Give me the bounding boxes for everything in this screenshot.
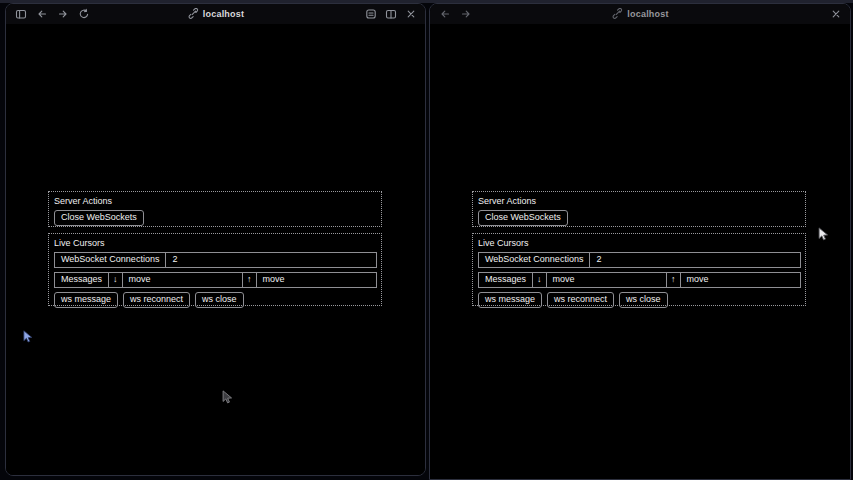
connections-label: WebSocket Connections [54,252,166,268]
reader-view-icon[interactable] [365,8,377,20]
back-icon[interactable] [36,8,48,20]
address-display[interactable]: localhost [611,8,668,20]
address-display[interactable]: localhost [187,8,244,20]
browser-window-right: localhost Server Actions Close WebSocket… [429,3,851,480]
arrow-down-icon: ↓ [532,272,547,288]
sidebar-toggle-icon[interactable] [15,8,27,20]
titlebar[interactable]: localhost [6,4,425,24]
titlebar-left-controls [439,8,472,20]
ws-close-button[interactable]: ws close [619,292,668,308]
arrow-down-icon: ↓ [108,272,123,288]
page-content: Server Actions Close WebSockets Live Cur… [430,24,850,479]
ws-reconnect-button[interactable]: ws reconnect [123,292,190,308]
connections-label: WebSocket Connections [478,252,590,268]
live-cursors-panel: Live Cursors WebSocket Connections 2 Mes… [48,233,382,306]
panel-title: Server Actions [478,196,801,206]
panel-title: Live Cursors [54,238,377,248]
live-cursors-panel: Live Cursors WebSocket Connections 2 Mes… [472,233,806,306]
panel-title: Live Cursors [478,238,801,248]
reload-icon[interactable] [78,8,90,20]
close-websockets-button[interactable]: Close WebSockets [478,210,568,226]
sent-message-value: move [680,272,801,288]
received-message-value: move [546,272,667,288]
connections-row: WebSocket Connections 2 [478,252,801,268]
link-icon [611,8,623,20]
received-message-value: move [122,272,243,288]
forward-icon[interactable] [460,8,472,20]
page-content: Server Actions Close WebSockets Live Cur… [6,24,425,475]
titlebar-right-controls [365,8,417,20]
titlebar[interactable]: localhost [430,4,850,24]
panel-title: Server Actions [54,196,377,206]
server-actions-panel: Server Actions Close WebSockets [48,191,382,227]
connections-row: WebSocket Connections 2 [54,252,377,268]
connections-value: 2 [589,252,801,268]
connections-value: 2 [165,252,377,268]
ws-buttons-row: ws message ws reconnect ws close [478,292,801,308]
messages-label: Messages [478,272,533,288]
sent-message-value: move [256,272,377,288]
browser-window-left: localhost Server Actions Close WebSocket… [5,3,426,476]
forward-icon[interactable] [57,8,69,20]
ws-reconnect-button[interactable]: ws reconnect [547,292,614,308]
messages-row: Messages ↓ move ↑ move [54,272,377,288]
arrow-up-icon: ↑ [666,272,681,288]
close-icon[interactable] [405,8,417,20]
ws-message-button[interactable]: ws message [478,292,542,308]
ws-message-button[interactable]: ws message [54,292,118,308]
desktop: localhost Server Actions Close WebSocket… [0,0,853,480]
link-icon [187,8,199,20]
titlebar-left-controls [15,8,90,20]
arrow-up-icon: ↑ [242,272,257,288]
ws-buttons-row: ws message ws reconnect ws close [54,292,377,308]
window-title: localhost [627,9,668,19]
titlebar-right-controls [830,8,842,20]
server-actions-panel: Server Actions Close WebSockets [472,191,806,227]
window-title: localhost [203,9,244,19]
messages-label: Messages [54,272,109,288]
close-icon[interactable] [830,8,842,20]
back-icon[interactable] [439,8,451,20]
messages-row: Messages ↓ move ↑ move [478,272,801,288]
split-view-icon[interactable] [385,8,397,20]
ws-close-button[interactable]: ws close [195,292,244,308]
close-websockets-button[interactable]: Close WebSockets [54,210,144,226]
